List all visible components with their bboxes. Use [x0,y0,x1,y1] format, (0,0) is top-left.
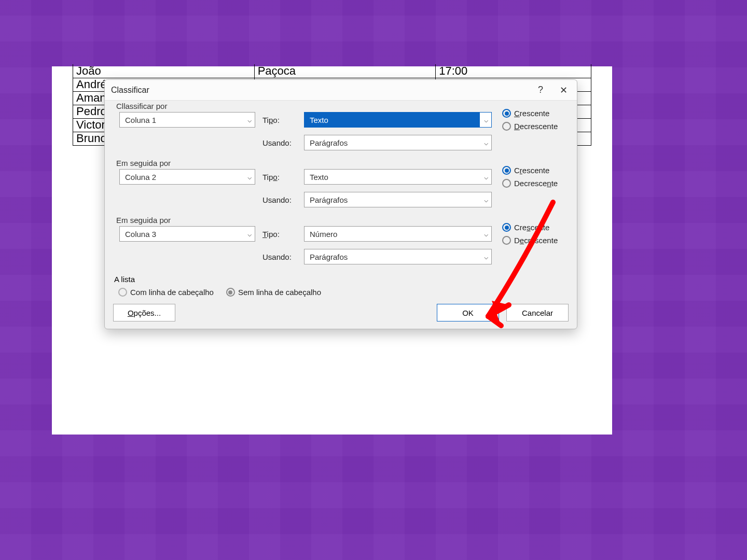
ascending-radio[interactable]: Crescente [502,223,558,232]
descending-radio[interactable]: Decrescente [502,236,558,245]
list-has-header-group: A lista Com linha de cabeçalho Sem linha… [114,275,571,297]
sort-dialog: Classificar ? ✕ Cllassificar por Coluna … [104,79,577,329]
then-by-using-select[interactable]: Parágrafos ⌵ [304,192,492,207]
help-button[interactable]: ? [529,80,552,101]
chevron-down-icon: ⌵ [247,173,252,181]
then-by-group-2: Em seguida por Coluna 3 ⌵ Tipo: Número ⌵… [111,217,571,272]
without-header-radio[interactable]: Sem linha de cabeçalho [226,288,321,297]
then-by-using-select-2[interactable]: Parágrafos ⌵ [304,249,492,264]
table-cell: Paçoca [254,64,436,78]
chevron-down-icon: ⌵ [484,195,488,204]
with-header-radio[interactable]: Com linha de cabeçalho [118,288,214,297]
dialog-titlebar: Classificar ? ✕ [105,80,577,101]
table-cell: 17:00 [436,64,591,78]
close-button[interactable]: ✕ [552,80,575,101]
ascending-radio[interactable]: Crescente [502,166,558,175]
dialog-title: Classificar [111,86,149,95]
chevron-down-icon: ⌵ [247,230,252,238]
list-legend: A lista [114,275,571,284]
descending-radio[interactable]: Decrescente [502,122,558,131]
then-by-type-select[interactable]: Texto ⌵ [304,169,492,185]
chevron-down-icon: ⌵ [484,230,488,238]
type-label: Tipo: [262,230,297,239]
sort-by-group: Cllassificar por Coluna 1 ⌵ Tipo: Texto … [111,103,571,158]
ascending-radio[interactable]: Crescente [502,109,558,118]
group-legend: Em seguida por [114,216,173,225]
group-legend: Em seguida por [114,159,173,167]
using-label: Usando: [262,138,297,147]
descending-radio[interactable]: Decrescente [502,179,558,188]
then-by-column-select[interactable]: Coluna 2 ⌵ [119,169,255,185]
options-button[interactable]: Opções... [113,304,175,321]
chevron-down-icon: ⌵ [247,116,252,124]
sort-using-select[interactable]: Parágrafos ⌵ [304,135,492,150]
then-by-column-select-2[interactable]: Coluna 3 ⌵ [119,226,255,242]
chevron-down-icon: ⌵ [484,138,488,147]
dialog-button-row: Opções... OK Cancelar [105,304,577,321]
ok-button[interactable]: OK [437,304,499,321]
then-by-type-select-2[interactable]: Número ⌵ [304,226,492,242]
sort-column-select[interactable]: Coluna 1 ⌵ [119,112,255,128]
chevron-down-icon: ⌵ [484,173,488,181]
chevron-down-icon: ⌵ [484,253,488,261]
table-cell: João [73,64,255,78]
then-by-group-1: Em seguida por Coluna 2 ⌵ Tipo: Texto ⌵ … [111,160,571,215]
cancel-button[interactable]: Cancelar [506,304,569,321]
using-label: Usando: [262,253,297,261]
group-legend: Cllassificar por [114,102,169,110]
type-label: Tipo: [262,116,297,124]
chevron-down-icon: ⌵ [480,113,491,127]
sort-type-select[interactable]: Texto ⌵ [304,112,492,128]
type-label: Tipo: [262,173,297,181]
using-label: Usando: [262,195,297,204]
